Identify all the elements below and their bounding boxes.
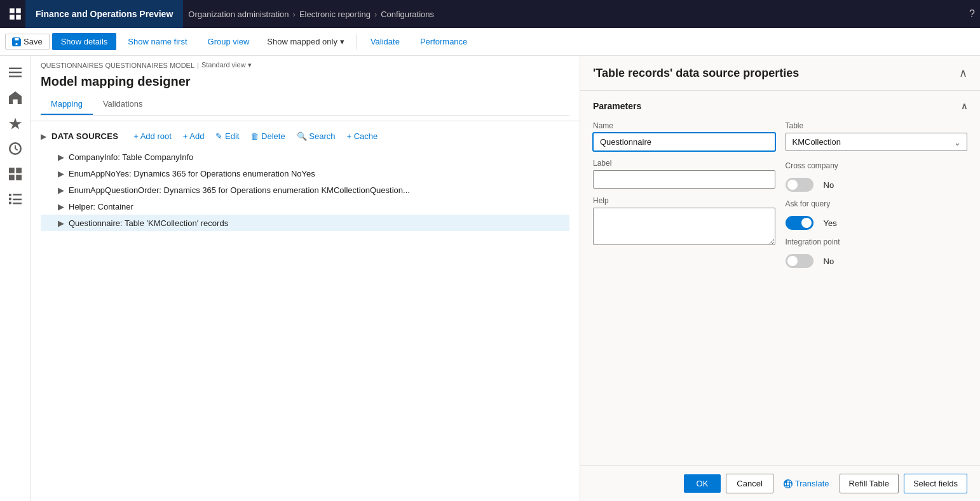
group-view-button[interactable]: Group view bbox=[199, 33, 259, 50]
right-params: Table KMCollection Cross company bbox=[786, 121, 968, 268]
tree-item[interactable]: ▶ EnumAppNoYes: Dynamics 365 for Operati… bbox=[41, 165, 569, 182]
tree-expand-icon: ▶ bbox=[56, 185, 66, 195]
data-sources-title: DATA SOURCES bbox=[51, 131, 118, 141]
right-panel-body: Parameters ∧ Name Label Help bbox=[580, 91, 980, 465]
tree-item-label: Helper: Container bbox=[69, 202, 133, 211]
add-button[interactable]: + Add bbox=[178, 129, 210, 144]
app-title: Finance and Operations Preview bbox=[25, 0, 183, 28]
svg-rect-16 bbox=[9, 202, 11, 204]
tree-item[interactable]: ▶ Helper: Container bbox=[41, 198, 569, 215]
tree-expand-icon: ▶ bbox=[56, 218, 66, 228]
show-mapped-only-button[interactable]: Show mapped only ▾ bbox=[261, 33, 351, 50]
svg-rect-8 bbox=[9, 168, 15, 173]
table-field-group: Table KMCollection bbox=[786, 121, 968, 151]
delete-button[interactable]: 🗑 Delete bbox=[245, 129, 290, 144]
tab-validations[interactable]: Validations bbox=[93, 94, 153, 115]
help-icon[interactable]: ? bbox=[969, 8, 975, 20]
svg-rect-4 bbox=[9, 68, 22, 70]
save-icon bbox=[12, 37, 21, 46]
show-name-first-button[interactable]: Show name first bbox=[119, 33, 196, 50]
edit-button[interactable]: ✎ Edit bbox=[210, 129, 244, 144]
tree-item[interactable]: ▶ CompanyInfo: Table CompanyInfo bbox=[41, 149, 569, 165]
validate-button[interactable]: Validate bbox=[362, 33, 409, 50]
refill-table-button[interactable]: Refill Table bbox=[840, 474, 899, 493]
toolbar: Save Show details Show name first Group … bbox=[0, 28, 980, 56]
tree-item-label: EnumAppQuestionOrder: Dynamics 365 for O… bbox=[69, 185, 410, 195]
svg-rect-14 bbox=[9, 198, 11, 201]
data-sources-header: ▶ DATA SOURCES + Add root + Add ✎ Edit 🗑… bbox=[41, 129, 569, 144]
label-label: Label bbox=[593, 159, 775, 168]
ask-for-query-label: Ask for query bbox=[786, 199, 868, 208]
svg-rect-15 bbox=[13, 199, 22, 201]
close-icon[interactable]: ∧ bbox=[959, 66, 967, 80]
params-grid: Name Label Help Table bbox=[593, 121, 967, 268]
sidebar-workspace-icon[interactable] bbox=[4, 163, 27, 185]
save-button[interactable]: Save bbox=[5, 34, 50, 50]
cross-company-toggle[interactable] bbox=[786, 178, 813, 192]
table-select[interactable]: KMCollection bbox=[786, 133, 968, 151]
svg-rect-12 bbox=[9, 194, 11, 196]
cache-button[interactable]: + Cache bbox=[342, 129, 383, 144]
right-panel-title: 'Table records' data source properties bbox=[593, 67, 799, 80]
sub-breadcrumb: QUESTIONNAIRES QUESTIONNAIRES MODEL | St… bbox=[41, 61, 569, 69]
integration-point-label: Integration point bbox=[786, 237, 868, 246]
breadcrumb-configurations[interactable]: Configurations bbox=[381, 10, 434, 19]
sub-breadcrumb-questionnaires[interactable]: QUESTIONNAIRES QUESTIONNAIRES MODEL bbox=[41, 62, 194, 69]
page-title: Model mapping designer bbox=[41, 74, 569, 89]
cross-company-toggle-row: No bbox=[786, 178, 968, 192]
breadcrumb-electronic-reporting[interactable]: Electronic reporting bbox=[299, 10, 371, 19]
apps-grid-icon[interactable] bbox=[5, 4, 25, 24]
breadcrumb-org-admin[interactable]: Organization administration bbox=[188, 10, 289, 19]
add-root-button[interactable]: + Add root bbox=[128, 129, 177, 144]
help-textarea[interactable] bbox=[593, 208, 775, 245]
sidebar-favorites-icon[interactable] bbox=[4, 112, 27, 135]
ok-button[interactable]: OK bbox=[684, 474, 721, 493]
tree-expand-icon: ▶ bbox=[56, 152, 66, 162]
top-navigation: Finance and Operations Preview Organizat… bbox=[0, 0, 980, 28]
performance-button[interactable]: Performance bbox=[411, 33, 476, 50]
name-field-group: Name bbox=[593, 121, 775, 151]
svg-rect-9 bbox=[16, 168, 22, 173]
name-input[interactable] bbox=[593, 133, 775, 151]
sidebar-menu-icon[interactable] bbox=[4, 61, 27, 84]
integration-point-toggle[interactable] bbox=[786, 254, 813, 268]
tree-item-questionnaire[interactable]: ▶ Questionnaire: Table 'KMCollection' re… bbox=[41, 215, 569, 231]
select-fields-button[interactable]: Select fields bbox=[904, 474, 967, 493]
main-layout: QUESTIONNAIRES QUESTIONNAIRES MODEL | St… bbox=[0, 56, 980, 501]
ask-for-query-value: Yes bbox=[824, 218, 837, 228]
tree-item-label: Questionnaire: Table 'KMCollection' reco… bbox=[69, 218, 228, 228]
parameters-section-header: Parameters ∧ bbox=[593, 101, 967, 111]
translate-icon bbox=[784, 479, 793, 488]
integration-point-value: No bbox=[824, 257, 834, 266]
sub-breadcrumb-standard-view[interactable]: Standard view ▾ bbox=[201, 61, 252, 69]
sidebar-list-icon[interactable] bbox=[4, 188, 27, 211]
search-button[interactable]: 🔍 Search bbox=[292, 129, 341, 144]
svg-rect-3 bbox=[16, 15, 21, 20]
sidebar-home-icon[interactable] bbox=[4, 86, 27, 109]
svg-rect-2 bbox=[10, 15, 15, 20]
tree-item[interactable]: ▶ EnumAppQuestionOrder: Dynamics 365 for… bbox=[41, 182, 569, 198]
ask-for-query-toggle[interactable] bbox=[786, 216, 813, 230]
tab-mapping[interactable]: Mapping bbox=[41, 94, 93, 115]
ask-for-query-toggle-row: Yes bbox=[786, 216, 968, 230]
integration-point-toggle-row: No bbox=[786, 254, 968, 268]
cancel-button[interactable]: Cancel bbox=[726, 474, 773, 493]
help-label: Help bbox=[593, 196, 775, 205]
ask-for-query-row: Ask for query bbox=[786, 199, 968, 208]
label-input[interactable] bbox=[593, 170, 775, 189]
cross-company-row: Cross company bbox=[786, 161, 968, 170]
section-collapse-icon[interactable]: ∧ bbox=[961, 101, 967, 111]
data-sources-tree: ▶ CompanyInfo: Table CompanyInfo ▶ EnumA… bbox=[41, 149, 569, 231]
right-panel-header: 'Table records' data source properties ∧ bbox=[580, 56, 980, 91]
right-panel: 'Table records' data source properties ∧… bbox=[580, 56, 980, 501]
expand-icon[interactable]: ▶ bbox=[41, 132, 46, 141]
translate-button[interactable]: Translate bbox=[779, 474, 834, 493]
cross-company-label: Cross company bbox=[786, 161, 868, 170]
sidebar-recent-icon[interactable] bbox=[4, 137, 27, 160]
svg-rect-17 bbox=[13, 203, 22, 204]
tree-item-label: CompanyInfo: Table CompanyInfo bbox=[69, 152, 193, 162]
table-label: Table bbox=[786, 121, 968, 130]
toolbar-separator bbox=[356, 34, 357, 50]
right-panel-footer: OK Cancel Translate Refill Table Select … bbox=[580, 465, 980, 501]
show-details-button[interactable]: Show details bbox=[52, 33, 117, 50]
